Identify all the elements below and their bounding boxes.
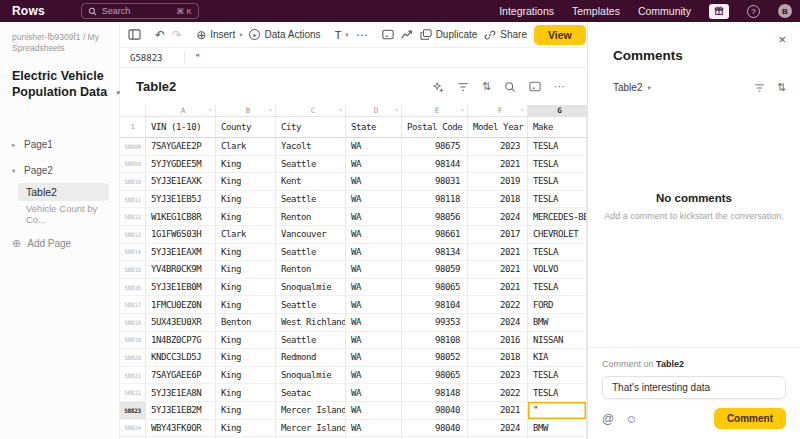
comment-input[interactable] — [602, 376, 786, 399]
sidebar-item-page1[interactable]: ▸ Page1 — [12, 136, 109, 153]
sidebar-item-vehicle-count[interactable]: Vehicle Count by Co... — [18, 205, 109, 223]
cell[interactable]: 2021 — [468, 156, 528, 174]
cell[interactable]: WA — [346, 384, 402, 402]
cell[interactable]: WA — [346, 261, 402, 279]
view-button[interactable]: View — [534, 25, 586, 45]
nav-community[interactable]: Community — [638, 5, 691, 17]
cell[interactable]: King — [216, 332, 276, 350]
column-header-B[interactable]: B▾ — [216, 105, 276, 117]
cell[interactable]: WA — [346, 138, 402, 156]
cell[interactable]: 2017 — [468, 226, 528, 244]
cell[interactable]: 98052 — [402, 349, 468, 367]
duplicate-button[interactable]: Duplicate — [420, 29, 478, 40]
cell[interactable]: Yacolt — [276, 138, 346, 156]
emoji-button[interactable]: ☺ — [625, 412, 637, 426]
cell[interactable]: TESLA — [528, 279, 587, 297]
cell[interactable]: King — [216, 261, 276, 279]
cell[interactable]: WA — [346, 367, 402, 385]
text-format-button[interactable]: T ▾ — [335, 29, 349, 41]
share-button[interactable]: Share — [484, 29, 527, 41]
cell[interactable]: TESLA — [528, 244, 587, 262]
cell[interactable]: 2021 — [468, 279, 528, 297]
cell[interactable]: WA — [346, 191, 402, 209]
column-header-D[interactable]: D▾ — [346, 105, 402, 117]
chevron-down-icon[interactable]: ▾ — [461, 107, 464, 113]
cell[interactable]: 98144 — [402, 156, 468, 174]
row-number[interactable]: 58815 — [120, 261, 146, 279]
cell[interactable]: 98134 — [402, 244, 468, 262]
cell[interactable]: Mercer Island — [276, 420, 346, 438]
cell[interactable]: Seattle — [276, 191, 346, 209]
table-more-button[interactable]: ⋯ — [554, 80, 565, 93]
cell[interactable]: King — [216, 402, 276, 420]
cell[interactable]: 2024 — [468, 208, 528, 226]
comment-submit-button[interactable]: Comment — [714, 408, 786, 429]
cell[interactable]: 2023 — [468, 138, 528, 156]
cell[interactable]: King — [216, 244, 276, 262]
column-header-A[interactable]: A▾ — [146, 105, 216, 117]
cell[interactable]: WA — [346, 279, 402, 297]
row-number[interactable]: 58809 — [120, 156, 146, 174]
cell[interactable]: TESLA — [528, 191, 587, 209]
rewards-button[interactable] — [709, 4, 729, 19]
row-number[interactable]: 58824 — [120, 420, 146, 438]
cell[interactable]: 5YJ3E1EB2M — [146, 402, 216, 420]
cell[interactable]: King — [216, 367, 276, 385]
cell[interactable]: 5YJ3E1EB0M — [146, 279, 216, 297]
row-number[interactable]: 1 — [120, 117, 146, 138]
embed-button[interactable] — [382, 29, 394, 40]
cell[interactable]: TESLA — [528, 384, 587, 402]
cell[interactable]: WA — [346, 244, 402, 262]
column-header-G[interactable]: G — [528, 105, 587, 117]
chevron-down-icon[interactable]: ▾ — [339, 107, 342, 113]
cell[interactable]: 7SAYGAEE2P — [146, 138, 216, 156]
comments-sort-button[interactable]: ⇅ — [777, 81, 786, 94]
cell[interactable]: WA — [346, 226, 402, 244]
cell[interactable]: 2022 — [468, 384, 528, 402]
row-number[interactable]: 58820 — [120, 349, 146, 367]
cell[interactable]: Redmond — [276, 349, 346, 367]
header-cell[interactable]: County — [216, 117, 276, 138]
cell[interactable]: WA — [346, 402, 402, 420]
cell[interactable]: 98675 — [402, 138, 468, 156]
grid-corner[interactable] — [120, 105, 146, 117]
column-header-E[interactable]: E▾ — [402, 105, 468, 117]
help-button[interactable]: ? — [747, 5, 760, 18]
cell[interactable]: 98040 — [402, 420, 468, 438]
cell[interactable]: 5YJ3E1EAXK — [146, 173, 216, 191]
cell[interactable]: Clark — [216, 138, 276, 156]
cell[interactable]: 98148 — [402, 384, 468, 402]
filter-button[interactable] — [457, 82, 469, 92]
cell[interactable]: King — [216, 279, 276, 297]
row-number[interactable]: 58822 — [120, 384, 146, 402]
row-number[interactable]: 58818 — [120, 314, 146, 332]
header-cell[interactable]: State — [346, 117, 402, 138]
cell[interactable]: 5YJ3E1EA8N — [146, 384, 216, 402]
row-number[interactable]: 58821 — [120, 367, 146, 385]
redo-button[interactable]: ↷ — [172, 29, 182, 41]
cell[interactable]: Renton — [276, 261, 346, 279]
cell[interactable]: Vancouver — [276, 226, 346, 244]
cell[interactable]: 98104 — [402, 296, 468, 314]
row-number[interactable]: 58808 — [120, 138, 146, 156]
spreadsheet-title[interactable]: Electric Vehicle Population Data ▾ — [12, 69, 116, 100]
undo-button[interactable]: ↶ — [155, 29, 165, 41]
chart-button[interactable] — [401, 29, 413, 40]
header-cell[interactable]: Make — [528, 117, 587, 138]
cell[interactable]: 98059 — [402, 261, 468, 279]
cell[interactable]: YV4BR0CK9M — [146, 261, 216, 279]
chevron-down-icon[interactable]: ▾ — [521, 107, 524, 113]
selected-cell[interactable]: " — [528, 402, 587, 420]
header-cell[interactable]: VIN (1-10) — [146, 117, 216, 138]
cell[interactable]: King — [216, 208, 276, 226]
header-cell[interactable]: City — [276, 117, 346, 138]
cell[interactable]: 2018 — [468, 349, 528, 367]
cell[interactable]: 1FMCU0EZ0N — [146, 296, 216, 314]
comments-filter-button[interactable] — [754, 83, 765, 93]
table-name[interactable]: Table2 — [136, 79, 176, 94]
global-search[interactable]: ⌘ K — [81, 3, 199, 19]
row-number[interactable]: 58813 — [120, 226, 146, 244]
search-input[interactable] — [102, 6, 171, 16]
cell[interactable]: King — [216, 173, 276, 191]
cell[interactable]: WA — [346, 349, 402, 367]
